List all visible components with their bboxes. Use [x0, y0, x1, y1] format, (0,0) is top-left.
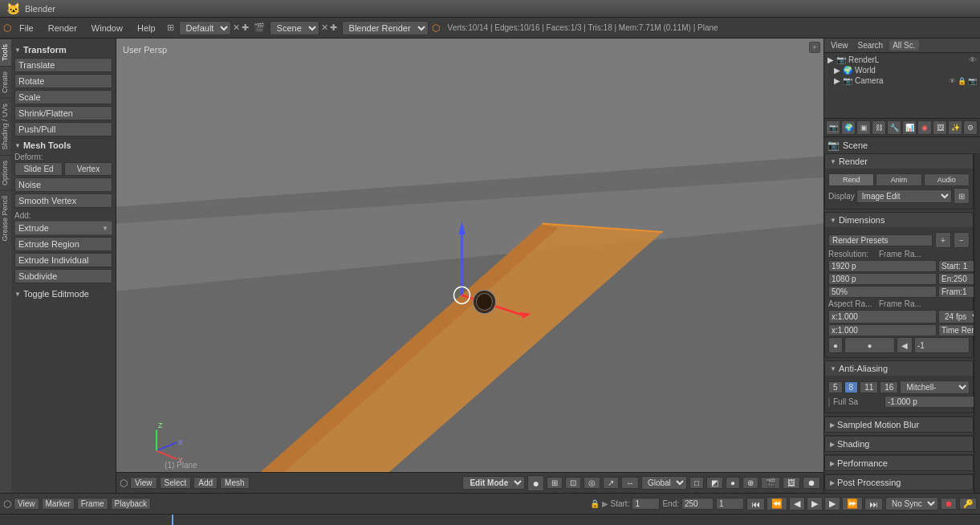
aspect-x-input[interactable]: [828, 310, 937, 324]
aa-8-btn[interactable]: 8: [844, 381, 859, 393]
layout-select[interactable]: Default: [179, 21, 231, 35]
layout-add[interactable]: ✚: [242, 22, 249, 33]
timeline-playback-btn[interactable]: Playback: [111, 498, 152, 510]
timeline-ruler[interactable]: -60 -40 -20 0 20 40 60 80 100 120 140 16…: [0, 515, 980, 525]
outliner-item-world[interactable]: ▶ 🌍 World: [826, 65, 978, 75]
display-btn[interactable]: ⊞: [954, 188, 970, 204]
viewport-add-btn[interactable]: Add: [193, 477, 218, 489]
record-btn[interactable]: ⏺: [803, 477, 820, 489]
viewport[interactable]: User Persp +: [116, 39, 823, 493]
performance-header[interactable]: Performance: [825, 455, 973, 470]
shading-3-btn[interactable]: ●: [726, 477, 740, 489]
timeline-view-btn[interactable]: View: [14, 498, 39, 510]
presets-del-btn[interactable]: −: [954, 232, 970, 248]
render-presets-btn[interactable]: Render Presets: [828, 234, 933, 246]
render-section-header[interactable]: Render: [825, 154, 973, 169]
play-btn[interactable]: ▶: [807, 497, 823, 511]
timeline-frame-btn[interactable]: Frame: [77, 498, 108, 510]
outliner-item-renderl[interactable]: ▶ 📷 RenderL 👁: [826, 55, 978, 65]
res-y-input[interactable]: [828, 273, 937, 285]
scene-select[interactable]: Scene: [270, 21, 319, 35]
scene-add[interactable]: ✚: [330, 22, 337, 33]
time-remap-input[interactable]: [938, 324, 974, 336]
dimensions-header[interactable]: Dimensions: [825, 213, 973, 227]
frame-end-input[interactable]: [938, 273, 974, 285]
sync-select[interactable]: No Sync: [885, 497, 938, 511]
aa-16-btn[interactable]: 16: [880, 381, 898, 393]
time-btn-3[interactable]: ◀: [897, 337, 913, 353]
prop-icon-world[interactable]: 🌍: [841, 120, 856, 135]
next-frame-btn[interactable]: ⏩: [842, 497, 863, 511]
subdivide-btn[interactable]: Subdivide: [14, 269, 112, 283]
translate-btn[interactable]: Translate: [14, 58, 112, 72]
shading-1-btn[interactable]: □: [689, 477, 704, 489]
render-menu[interactable]: Render: [42, 22, 83, 35]
shading-2-btn[interactable]: ◩: [706, 477, 723, 489]
time-btn-2[interactable]: ●: [844, 337, 895, 353]
record-btn[interactable]: ⏺: [941, 498, 957, 510]
transform-header[interactable]: Transform: [14, 45, 112, 55]
prop-icon-material[interactable]: ◉: [917, 120, 932, 135]
camera-restrict-btn[interactable]: 🔒: [958, 77, 966, 85]
tab-grease-pencil[interactable]: Grease Pencil: [0, 190, 11, 246]
full-sample-val[interactable]: [884, 396, 974, 408]
time-btn-1[interactable]: ●: [828, 337, 843, 353]
mesh-tools-header[interactable]: Mesh Tools: [14, 140, 112, 150]
extrude-individual-btn[interactable]: Extrude Individual: [14, 253, 112, 267]
outliner-allsc-tab[interactable]: All Sc.: [889, 40, 918, 51]
sampled-motion-header[interactable]: Sampled Motion Blur: [825, 417, 973, 432]
help-menu[interactable]: Help: [131, 22, 162, 35]
render-tab-rend[interactable]: Rend: [828, 173, 874, 186]
prop-icon-constraint[interactable]: ⛓: [872, 120, 886, 135]
next-keyframe-btn[interactable]: ▶: [824, 497, 840, 511]
frame-step-input[interactable]: [938, 286, 974, 298]
tab-shading-uvs[interactable]: Shading / UVs: [0, 98, 11, 155]
aa-header[interactable]: Anti-Aliasing: [825, 361, 973, 376]
renderl-eye[interactable]: 👁: [969, 55, 977, 64]
scene-panel-title[interactable]: 📷 Scene: [824, 137, 980, 153]
prev-frame-btn[interactable]: ⏪: [767, 497, 787, 511]
global-select[interactable]: Global: [641, 476, 687, 490]
post-processing-header[interactable]: Post Processing: [825, 474, 973, 490]
full-sample-cb[interactable]: [828, 397, 830, 407]
fps-select[interactable]: 24 fps: [938, 310, 974, 324]
vertex-btn[interactable]: Vertex: [64, 162, 112, 176]
prop-icon-data[interactable]: 📊: [902, 120, 917, 135]
proportional-edit-btn[interactable]: ◎: [584, 477, 600, 489]
tab-create[interactable]: Create: [0, 66, 11, 98]
overlay-btn[interactable]: ⊕: [742, 477, 758, 489]
snap-mode-btn[interactable]: ⊡: [565, 477, 581, 489]
scene-close[interactable]: ✕: [321, 22, 328, 33]
shading-header[interactable]: Shading: [825, 436, 973, 451]
toggle-editmode-header[interactable]: Toggle Editmode: [14, 289, 112, 299]
smooth-vertex-btn[interactable]: Smooth Vertex: [14, 193, 112, 208]
slide-edge-btn[interactable]: Slide Ed: [14, 162, 63, 176]
prev-keyframe-btn[interactable]: ◀: [789, 497, 805, 511]
snap-btn[interactable]: ⊞: [547, 477, 563, 489]
scale-btn[interactable]: Scale: [14, 90, 112, 104]
tab-options[interactable]: Options: [0, 155, 11, 190]
layout-close[interactable]: ✕: [233, 22, 240, 33]
percent-input[interactable]: [828, 286, 937, 298]
prop-icon-texture[interactable]: 🖼: [933, 120, 947, 135]
prop-icon-modifier[interactable]: 🔧: [887, 120, 901, 135]
render-btn[interactable]: 🖼: [783, 477, 800, 489]
prop-icon-particles[interactable]: ✨: [948, 120, 962, 135]
outliner-item-camera[interactable]: ▶ 📷 Camera 👁 🔒 📷: [826, 75, 978, 86]
res-x-input[interactable]: [828, 260, 937, 272]
outliner-search-tab[interactable]: Search: [855, 40, 887, 51]
presets-add-btn[interactable]: +: [935, 232, 951, 248]
extrude-region-btn[interactable]: Extrude Region: [14, 237, 112, 251]
viewport-mesh-btn[interactable]: Mesh: [220, 477, 249, 489]
tab-tools[interactable]: Tools: [0, 39, 11, 66]
camera-btn[interactable]: 🎬: [761, 477, 780, 489]
jump-start-btn[interactable]: ⏮: [746, 498, 765, 511]
render-tab-anim[interactable]: Anim: [876, 173, 921, 186]
aa-5-btn[interactable]: 5: [828, 381, 843, 393]
time-val-input[interactable]: [914, 337, 970, 353]
engine-select[interactable]: Blender Render: [342, 21, 429, 35]
proportional-type-btn[interactable]: ↗: [603, 477, 619, 489]
aa-11-btn[interactable]: 11: [860, 381, 878, 393]
transform-orient-btn[interactable]: ↔: [621, 477, 639, 489]
viewport-select-btn[interactable]: Select: [160, 477, 192, 489]
